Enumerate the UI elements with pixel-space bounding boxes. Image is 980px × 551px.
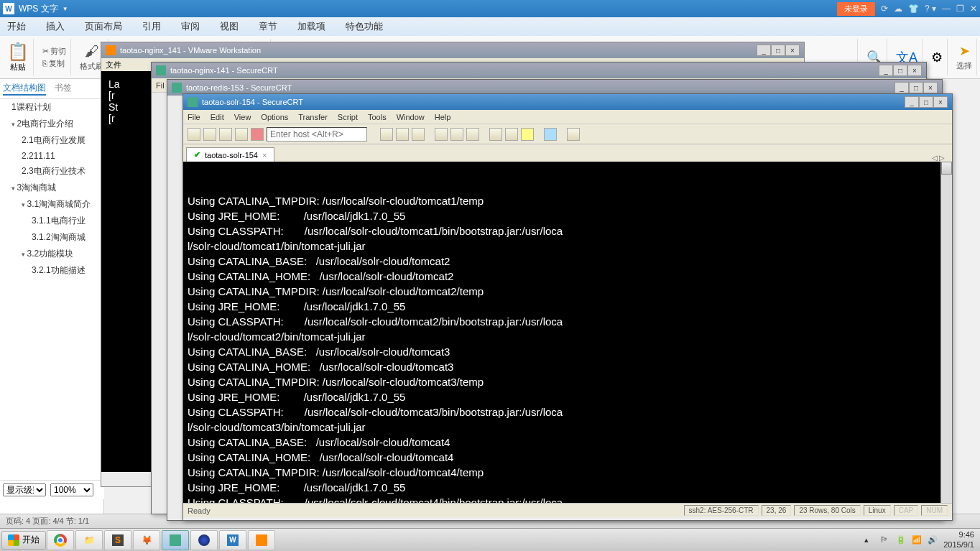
disconnect-all-icon[interactable] <box>251 128 264 141</box>
maximize-icon[interactable]: ❐ <box>956 4 964 14</box>
menu-tools[interactable]: Tools <box>368 113 387 121</box>
select-button[interactable]: ➤ 选择 <box>956 43 972 71</box>
disconnect-icon[interactable] <box>235 128 248 141</box>
menu-review[interactable]: 审阅 <box>181 20 200 33</box>
minimize-button[interactable]: _ <box>895 82 909 93</box>
cloud-icon[interactable]: ☁ <box>894 4 902 14</box>
task-vmware[interactable] <box>248 530 275 550</box>
task-securecrt[interactable] <box>162 530 189 550</box>
tools-icon[interactable]: ⚙ <box>931 50 943 65</box>
zoom-percent-select[interactable]: 100% <box>50 483 93 496</box>
close-button[interactable]: × <box>933 96 948 108</box>
tree-item[interactable]: 3.1.2淘淘商城 <box>0 229 103 246</box>
session-options-icon[interactable] <box>505 128 518 141</box>
menu-layout[interactable]: 页面布局 <box>85 20 122 33</box>
print-icon[interactable] <box>435 128 448 141</box>
reconnect-icon[interactable] <box>219 128 232 141</box>
menu-transfer[interactable]: Transfer <box>298 113 328 121</box>
close-button[interactable]: × <box>923 82 938 93</box>
tree-item[interactable]: 2.1电商行业发展 <box>0 132 103 149</box>
menu-addons[interactable]: 加载项 <box>297 20 325 33</box>
zoom-level-select[interactable]: 显示级别 <box>3 483 46 496</box>
task-wps[interactable]: W <box>219 530 246 550</box>
close-button[interactable]: × <box>785 45 800 56</box>
menu-chapter[interactable]: 章节 <box>259 20 277 33</box>
tree-item[interactable]: 2电商行业介绍 <box>0 116 103 132</box>
tab-next-icon[interactable]: ▷ <box>939 154 945 162</box>
tree-item[interactable]: 1课程计划 <box>0 99 103 116</box>
start-button[interactable]: 开始 <box>1 531 46 550</box>
minimize-button[interactable]: _ <box>879 65 893 76</box>
tree-tab-structure[interactable]: 文档结构图 <box>3 82 46 96</box>
copy-button[interactable]: ⎘复制 <box>42 58 65 69</box>
menu-view[interactable]: 视图 <box>220 20 239 33</box>
properties-icon[interactable] <box>489 128 502 141</box>
tree-item[interactable]: 2.3电商行业技术 <box>0 163 103 180</box>
tab-close-icon[interactable]: × <box>262 151 267 159</box>
login-button[interactable]: 未登录 <box>837 2 875 16</box>
help-icon[interactable] <box>544 128 557 141</box>
task-eclipse[interactable] <box>190 530 218 550</box>
menu-reference[interactable]: 引用 <box>142 20 161 33</box>
minimize-button[interactable]: _ <box>757 45 771 56</box>
wps-titlebar[interactable]: W WPS 文字 ▼ 未登录 ⟳ ☁ 👕 ? ▾ — ❐ ✕ <box>0 0 980 17</box>
menu-file[interactable]: File <box>188 113 200 121</box>
chevron-down-icon[interactable]: ▼ <box>63 6 68 12</box>
copy-icon[interactable] <box>380 128 393 141</box>
task-firefox[interactable]: 🦊 <box>133 530 160 550</box>
key-icon[interactable] <box>521 128 534 141</box>
help-icon[interactable]: ? ▾ <box>925 4 936 14</box>
paste-button[interactable]: 📋 <box>7 42 29 62</box>
tree-item[interactable]: 3淘淘商城 <box>0 180 103 196</box>
menu-help[interactable]: Help <box>435 113 451 121</box>
connect-icon[interactable] <box>188 128 200 141</box>
close-button[interactable]: × <box>907 65 922 76</box>
menu-window[interactable]: Window <box>397 113 425 121</box>
find-icon[interactable] <box>412 128 425 141</box>
task-sublime[interactable]: S <box>104 530 131 550</box>
print-preview-icon[interactable] <box>466 128 479 141</box>
flag-icon[interactable]: 🏳 <box>880 535 890 545</box>
close-icon[interactable]: ✕ <box>970 4 977 14</box>
paste-icon[interactable] <box>396 128 409 141</box>
about-icon[interactable] <box>567 128 580 141</box>
tab-prev-icon[interactable]: ◁ <box>932 154 938 162</box>
skin-icon[interactable]: 👕 <box>908 4 919 14</box>
maximize-button[interactable]: □ <box>919 96 933 108</box>
menu-script[interactable]: Script <box>338 113 358 121</box>
session-tab[interactable]: ✔ taotao-solr-154 × <box>186 147 274 162</box>
terminal-output[interactable]: Using CATALINA_TMPDIR: /usr/local/solr-c… <box>183 162 952 503</box>
minimize-button[interactable]: _ <box>905 96 919 108</box>
scrollbar-thumb[interactable] <box>941 162 952 175</box>
battery-icon[interactable]: 🔋 <box>896 535 906 545</box>
menu-start[interactable]: 开始 <box>7 20 26 33</box>
task-explorer[interactable]: 📁 <box>75 530 103 550</box>
tree-tab-bookmark[interactable]: 书签 <box>55 82 72 96</box>
tree-item[interactable]: 3.2功能模块 <box>0 246 103 262</box>
securecrt-window-solr[interactable]: taotao-solr-154 - SecureCRT _ □ × File E… <box>182 93 953 521</box>
sync-icon[interactable]: ⟳ <box>881 4 888 14</box>
host-input[interactable] <box>267 127 367 142</box>
tree-item[interactable]: 3.1.1电商行业 <box>0 213 103 229</box>
menu-edit[interactable]: Edit <box>211 113 224 121</box>
tree-item[interactable]: 2.211.11 <box>0 149 103 163</box>
maximize-button[interactable]: □ <box>771 45 785 56</box>
menu-special[interactable]: 特色功能 <box>346 20 383 33</box>
menu-options[interactable]: Options <box>261 113 288 121</box>
menu-insert[interactable]: 插入 <box>46 20 65 33</box>
tray-expand-icon[interactable]: ▴ <box>864 535 874 545</box>
menu-file[interactable]: Fil <box>156 81 165 90</box>
quick-connect-icon[interactable] <box>203 128 216 141</box>
menu-view[interactable]: View <box>234 113 251 121</box>
network-icon[interactable]: 📶 <box>912 535 922 545</box>
scrollbar[interactable] <box>940 162 952 503</box>
tree-item[interactable]: 3.2.1功能描述 <box>0 262 103 279</box>
print-setup-icon[interactable] <box>450 128 463 141</box>
minimize-icon[interactable]: — <box>942 4 951 14</box>
maximize-button[interactable]: □ <box>893 65 907 76</box>
clock[interactable]: 9:46 2015/9/1 <box>943 530 974 549</box>
tree-item[interactable]: 3.1淘淘商城简介 <box>0 196 103 213</box>
volume-icon[interactable]: 🔊 <box>928 535 938 545</box>
cut-button[interactable]: ✂剪切 <box>42 46 66 57</box>
task-chrome[interactable] <box>47 530 74 550</box>
